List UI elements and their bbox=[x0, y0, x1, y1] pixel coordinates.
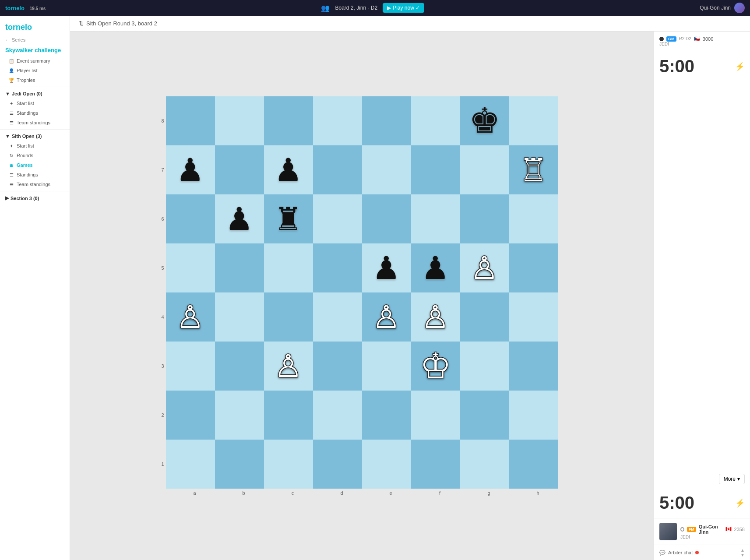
cell-a8[interactable] bbox=[166, 96, 215, 145]
section-sith-open[interactable]: ▼ Sith Open (3) bbox=[0, 131, 70, 141]
cell-b6[interactable]: ♟ bbox=[215, 194, 264, 243]
cell-b3[interactable] bbox=[215, 342, 264, 391]
sidebar-item-start-list-sith[interactable]: ✦ Start list bbox=[0, 141, 70, 151]
cell-f4[interactable]: ♙ bbox=[411, 292, 460, 342]
cell-a5[interactable] bbox=[166, 243, 215, 292]
cell-f2[interactable] bbox=[411, 391, 460, 440]
cell-g5[interactable]: ♙ bbox=[460, 243, 509, 292]
player-list-icon: 👤 bbox=[9, 68, 14, 73]
cell-d2[interactable] bbox=[313, 391, 362, 440]
series-link[interactable]: ← Series bbox=[0, 35, 70, 44]
cell-b1[interactable] bbox=[215, 440, 264, 489]
cell-a7[interactable]: ♟ bbox=[166, 145, 215, 194]
sidebar-item-trophies[interactable]: 🏆 Trophies bbox=[0, 75, 70, 85]
cell-c1[interactable] bbox=[264, 440, 313, 489]
sidebar-item-player-list[interactable]: 👤 Player list bbox=[0, 66, 70, 75]
cell-f8[interactable] bbox=[411, 96, 460, 145]
cell-d1[interactable] bbox=[313, 440, 362, 489]
cell-h3[interactable] bbox=[509, 342, 558, 391]
cell-e8[interactable] bbox=[362, 96, 411, 145]
cell-c7[interactable]: ♟ bbox=[264, 145, 313, 194]
cell-b7[interactable] bbox=[215, 145, 264, 194]
piece-c6: ♜ bbox=[274, 203, 303, 235]
more-button[interactable]: More ▾ bbox=[719, 474, 745, 484]
cell-f6[interactable] bbox=[411, 194, 460, 243]
sidebar-item-team-standings-jedi[interactable]: ☰ Team standings bbox=[0, 118, 70, 127]
black-dot bbox=[659, 37, 664, 41]
cell-h2[interactable] bbox=[509, 391, 558, 440]
bottom-player-meta: FM Qui-Gon Jinn 🇨🇦 2358 bbox=[680, 524, 745, 535]
file-e: e bbox=[366, 490, 415, 496]
scroll-arrows[interactable]: ▲ ▼ bbox=[740, 548, 745, 557]
sidebar-item-standings-jedi[interactable]: ☰ Standings bbox=[0, 108, 70, 118]
cell-g7[interactable] bbox=[460, 145, 509, 194]
cell-c5[interactable] bbox=[264, 243, 313, 292]
user-avatar[interactable] bbox=[734, 3, 745, 13]
section-jedi-open[interactable]: ▼ Jedi Open (0) bbox=[0, 89, 70, 99]
cell-h1[interactable] bbox=[509, 440, 558, 489]
standings-icon-sith: ☰ bbox=[9, 173, 14, 177]
cell-b8[interactable] bbox=[215, 96, 264, 145]
cell-c2[interactable] bbox=[264, 391, 313, 440]
sidebar-item-event-summary[interactable]: 📋 Event summary bbox=[0, 56, 70, 66]
cell-h6[interactable] bbox=[509, 194, 558, 243]
cell-h7[interactable]: ♖ bbox=[509, 145, 558, 194]
arbiter-chat-bar[interactable]: 💬 Arbiter chat ▲ ▼ bbox=[654, 545, 750, 560]
cell-f1[interactable] bbox=[411, 440, 460, 489]
cell-f5[interactable]: ♟ bbox=[411, 243, 460, 292]
scroll-down-icon[interactable]: ▼ bbox=[740, 553, 745, 557]
cell-c8[interactable] bbox=[264, 96, 313, 145]
cell-g4[interactable] bbox=[460, 292, 509, 342]
cell-c4[interactable] bbox=[264, 292, 313, 342]
rank-3: 3 bbox=[162, 342, 164, 391]
cell-f7[interactable] bbox=[411, 145, 460, 194]
cell-a2[interactable] bbox=[166, 391, 215, 440]
cell-d3[interactable] bbox=[313, 342, 362, 391]
cell-d5[interactable] bbox=[313, 243, 362, 292]
sidebar-item-team-standings-sith[interactable]: ☰ Team standings bbox=[0, 180, 70, 189]
cell-e2[interactable] bbox=[362, 391, 411, 440]
cell-h8[interactable] bbox=[509, 96, 558, 145]
piece-h7: ♖ bbox=[519, 154, 548, 186]
sidebar-item-rounds[interactable]: ↻ Rounds bbox=[0, 151, 70, 160]
cell-e7[interactable] bbox=[362, 145, 411, 194]
board-moves-area bbox=[654, 81, 750, 470]
cell-e4[interactable]: ♙ bbox=[362, 292, 411, 342]
cell-h4[interactable] bbox=[509, 292, 558, 342]
cell-g1[interactable] bbox=[460, 440, 509, 489]
cell-g8[interactable]: ♚ bbox=[460, 96, 509, 145]
cell-d4[interactable] bbox=[313, 292, 362, 342]
cell-g6[interactable] bbox=[460, 194, 509, 243]
cell-c3[interactable]: ♙ bbox=[264, 342, 313, 391]
file-g: g bbox=[465, 490, 514, 496]
cell-d7[interactable] bbox=[313, 145, 362, 194]
play-now-button[interactable]: ▶ Play now ✓ bbox=[383, 3, 424, 13]
sidebar-item-standings-sith[interactable]: ☰ Standings bbox=[0, 170, 70, 180]
cell-a4[interactable]: ♙ bbox=[166, 292, 215, 342]
cell-a6[interactable] bbox=[166, 194, 215, 243]
section-3[interactable]: ▶ Section 3 (0) bbox=[0, 193, 70, 203]
cell-a1[interactable] bbox=[166, 440, 215, 489]
top-nav: tornelo 19.5 ms 👥 Board 2, Jinn - D2 ▶ P… bbox=[0, 0, 750, 16]
cell-f3[interactable]: ♔ bbox=[411, 342, 460, 391]
cell-d8[interactable] bbox=[313, 96, 362, 145]
sidebar-item-games[interactable]: ⊞ Games bbox=[0, 160, 70, 170]
scroll-up-icon[interactable]: ▲ bbox=[740, 548, 745, 553]
cell-a3[interactable] bbox=[166, 342, 215, 391]
cell-e1[interactable] bbox=[362, 440, 411, 489]
cell-g3[interactable] bbox=[460, 342, 509, 391]
cell-b4[interactable] bbox=[215, 292, 264, 342]
cell-h5[interactable] bbox=[509, 243, 558, 292]
file-labels: a b c d e f g h bbox=[162, 490, 563, 496]
cell-c6[interactable]: ♜ bbox=[264, 194, 313, 243]
cell-e3[interactable] bbox=[362, 342, 411, 391]
board-title: Sith Open Round 3, board 2 bbox=[86, 20, 157, 27]
cell-b2[interactable] bbox=[215, 391, 264, 440]
bottom-player-details: FM Qui-Gon Jinn 🇨🇦 2358 JEDI bbox=[680, 524, 745, 539]
sidebar-item-start-list-jedi[interactable]: ✦ Start list bbox=[0, 99, 70, 108]
cell-d6[interactable] bbox=[313, 194, 362, 243]
cell-e5[interactable]: ♟ bbox=[362, 243, 411, 292]
cell-b5[interactable] bbox=[215, 243, 264, 292]
cell-g2[interactable] bbox=[460, 391, 509, 440]
cell-e6[interactable] bbox=[362, 194, 411, 243]
